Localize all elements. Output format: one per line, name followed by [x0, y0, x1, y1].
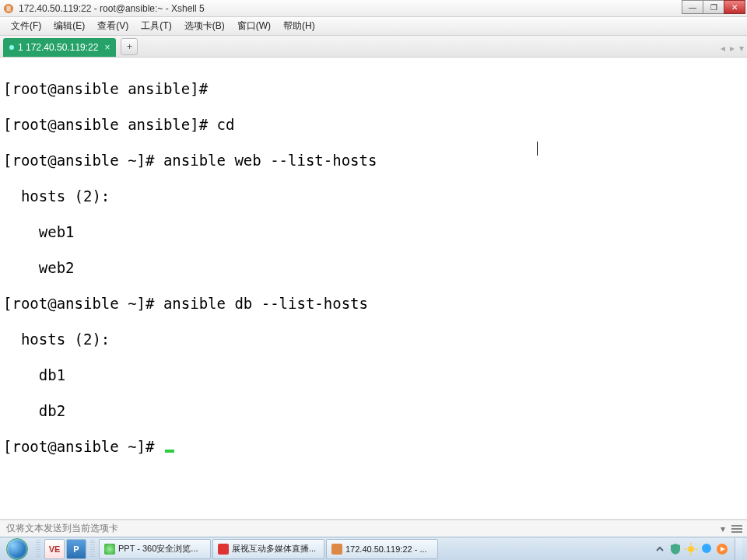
- taskbar-app-label: P: [73, 544, 79, 554]
- browser-icon: [104, 544, 115, 555]
- menu-window[interactable]: 窗口(W): [231, 17, 277, 35]
- window-title: 172.40.50.119:22 - root@ansible:~ - Xshe…: [19, 3, 744, 14]
- system-tray: [654, 538, 745, 560]
- terminal-cursor: [165, 450, 174, 453]
- tray-sun-icon[interactable]: [685, 543, 697, 555]
- tab-list-icon[interactable]: ▾: [739, 43, 744, 54]
- terminal-pane[interactable]: [root@ansible ansible]# [root@ansible an…: [0, 58, 747, 520]
- svg-rect-1: [6, 5, 10, 11]
- session-tab-close-icon[interactable]: ×: [104, 42, 110, 53]
- taskbar-item-label: PPT - 360安全浏览...: [118, 543, 198, 555]
- text-caret-icon: [537, 142, 538, 156]
- menu-bar: 文件(F) 编辑(E) 查看(V) 工具(T) 选项卡(B) 窗口(W) 帮助(…: [0, 17, 747, 36]
- start-button[interactable]: [2, 538, 33, 560]
- tray-chat-icon[interactable]: [700, 543, 713, 555]
- tab-prev-icon[interactable]: ◂: [721, 43, 725, 54]
- tray-arrow-icon[interactable]: [654, 543, 666, 555]
- close-icon: ✕: [731, 3, 738, 12]
- send-bar-menu-icon[interactable]: [731, 523, 742, 534]
- minimize-icon: —: [689, 3, 696, 12]
- terminal-line: [root@ansible ~]# ansible db --list-host…: [3, 295, 368, 312]
- minimize-button[interactable]: —: [682, 0, 703, 14]
- taskbar-app-label: VE: [49, 544, 61, 554]
- tray-media-icon[interactable]: [716, 543, 728, 555]
- app-icon: [3, 3, 14, 14]
- terminal-line: [root@ansible ansible]#: [3, 80, 208, 97]
- menu-help[interactable]: 帮助(H): [277, 17, 321, 35]
- menu-edit[interactable]: 编辑(E): [47, 17, 91, 35]
- terminal-line: web1: [3, 223, 75, 240]
- start-orb-icon: [6, 538, 28, 560]
- xshell-icon: [331, 544, 342, 555]
- plus-icon: +: [127, 41, 132, 52]
- send-bar: 仅将文本发送到当前选项卡 ▾: [0, 520, 747, 537]
- menu-view[interactable]: 查看(V): [91, 17, 135, 35]
- window-controls: — ❐ ✕: [682, 0, 745, 14]
- taskbar-grip: [90, 540, 95, 558]
- maximize-icon: ❐: [710, 3, 717, 12]
- menu-tabs[interactable]: 选项卡(B): [178, 17, 231, 35]
- terminal-line: [root@ansible ~]#: [3, 438, 163, 455]
- session-status-icon: [9, 45, 14, 50]
- svg-point-7: [702, 544, 711, 553]
- terminal-line: db1: [3, 366, 65, 383]
- terminal-line: [root@ansible ansible]# cd: [3, 116, 234, 133]
- taskbar-item-label: 展视互动多媒体直播...: [232, 543, 316, 555]
- show-desktop-button[interactable]: [735, 538, 742, 560]
- live-icon: [218, 544, 229, 555]
- session-tab-active[interactable]: 1 172.40.50.119:22 ×: [3, 38, 116, 57]
- terminal-line: hosts (2):: [3, 187, 110, 205]
- session-tab-label: 1 172.40.50.119:22: [18, 42, 98, 53]
- send-bar-text: 仅将文本发送到当前选项卡: [6, 522, 118, 535]
- terminal-line: db2: [3, 402, 65, 419]
- svg-point-2: [688, 546, 694, 552]
- close-button[interactable]: ✕: [724, 0, 745, 14]
- maximize-button[interactable]: ❐: [703, 0, 724, 14]
- terminal-line: hosts (2):: [3, 331, 110, 348]
- menu-tools[interactable]: 工具(T): [135, 17, 177, 35]
- taskbar-item-live[interactable]: 展视互动多媒体直播...: [212, 539, 324, 559]
- menu-file[interactable]: 文件(F): [5, 17, 47, 35]
- tab-nav-controls: ◂ ▸ ▾: [721, 43, 744, 54]
- taskbar-app-ve[interactable]: VE: [44, 539, 65, 559]
- taskbar-item-label: 172.40.50.119:22 - ...: [345, 544, 427, 554]
- tab-next-icon[interactable]: ▸: [730, 43, 735, 54]
- taskbar-grip: [36, 540, 40, 558]
- send-bar-dropdown-icon[interactable]: ▾: [721, 523, 725, 534]
- windows-taskbar: VE P PPT - 360安全浏览... 展视互动多媒体直播... 172.4…: [0, 537, 747, 560]
- terminal-line: [root@ansible ~]# ansible web --list-hos…: [3, 152, 377, 169]
- new-tab-button[interactable]: +: [121, 38, 138, 55]
- taskbar-app-p[interactable]: P: [66, 539, 86, 559]
- window-titlebar: 172.40.50.119:22 - root@ansible:~ - Xshe…: [0, 0, 747, 17]
- taskbar-item-xshell[interactable]: 172.40.50.119:22 - ...: [326, 539, 438, 559]
- terminal-line: web2: [3, 259, 75, 276]
- session-tab-bar: 1 172.40.50.119:22 × + ◂ ▸ ▾: [0, 36, 747, 58]
- tray-shield-icon[interactable]: [669, 543, 682, 555]
- taskbar-item-browser[interactable]: PPT - 360安全浏览...: [99, 539, 211, 559]
